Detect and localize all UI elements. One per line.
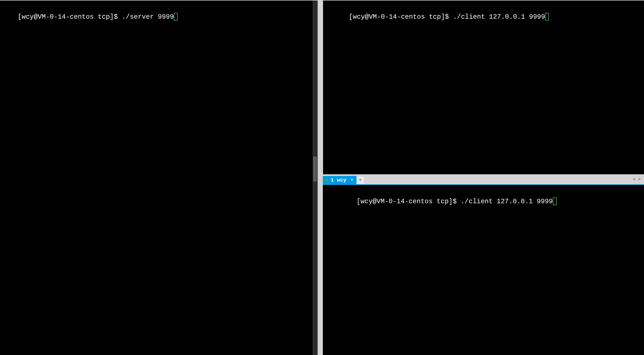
pane-divider[interactable]: [318, 0, 323, 355]
scrollbar-thumb[interactable]: [313, 156, 317, 182]
cursor-icon: [174, 13, 178, 21]
cursor-icon: [545, 13, 549, 21]
right-top-command: ./client 127.0.0.1 9999: [453, 12, 545, 22]
left-prompt-line: [wcy@VM-0-14-centos tcp]$ ./server 9999: [18, 12, 178, 22]
left-scrollbar[interactable]: [313, 1, 318, 355]
cursor-icon: [553, 197, 557, 205]
add-tab-button[interactable]: +: [357, 177, 364, 184]
right-pane-container: [wcy@VM-0-14-centos tcp]$ ./client 127.0…: [323, 0, 644, 355]
tab-prev-icon[interactable]: ◄: [631, 176, 636, 182]
right-top-terminal-pane[interactable]: [wcy@VM-0-14-centos tcp]$ ./client 127.0…: [323, 0, 644, 174]
right-bottom-terminal-pane[interactable]: [wcy@VM-0-14-centos tcp]$ ./client 127.0…: [323, 185, 644, 355]
right-bottom-prompt-line: [wcy@VM-0-14-centos tcp]$ ./client 127.0…: [356, 197, 557, 206]
left-terminal-content[interactable]: [wcy@VM-0-14-centos tcp]$ ./server 9999: [0, 1, 318, 33]
right-top-prompt: [wcy@VM-0-14-centos tcp]$: [349, 12, 453, 22]
right-bottom-command: ./client 127.0.0.1 9999: [461, 197, 553, 206]
right-top-terminal-content[interactable]: [wcy@VM-0-14-centos tcp]$ ./client 127.0…: [323, 1, 644, 33]
right-bottom-terminal-content[interactable]: [wcy@VM-0-14-centos tcp]$ ./client 127.0…: [323, 185, 644, 218]
left-prompt: [wcy@VM-0-14-centos tcp]$: [18, 12, 122, 22]
left-terminal-pane[interactable]: [wcy@VM-0-14-centos tcp]$ ./server 9999: [0, 0, 318, 355]
close-icon[interactable]: ×: [350, 178, 354, 183]
tab-nav-controls: ◄ ►: [631, 174, 642, 184]
tab-bar: 1 wcy × + ◄ ►: [323, 174, 644, 185]
right-top-prompt-line: [wcy@VM-0-14-centos tcp]$ ./client 127.0…: [349, 12, 549, 22]
right-bottom-pane: 1 wcy × + ◄ ► [wcy@VM-0-14-centos tcp]$ …: [323, 174, 644, 355]
status-dot-icon: [326, 179, 328, 182]
tab-session[interactable]: 1 wcy ×: [323, 176, 356, 184]
tab-label: 1 wcy: [331, 177, 346, 183]
left-command: ./server 9999: [122, 12, 174, 22]
right-bottom-prompt: [wcy@VM-0-14-centos tcp]$: [356, 197, 460, 206]
tab-next-icon[interactable]: ►: [637, 176, 642, 182]
